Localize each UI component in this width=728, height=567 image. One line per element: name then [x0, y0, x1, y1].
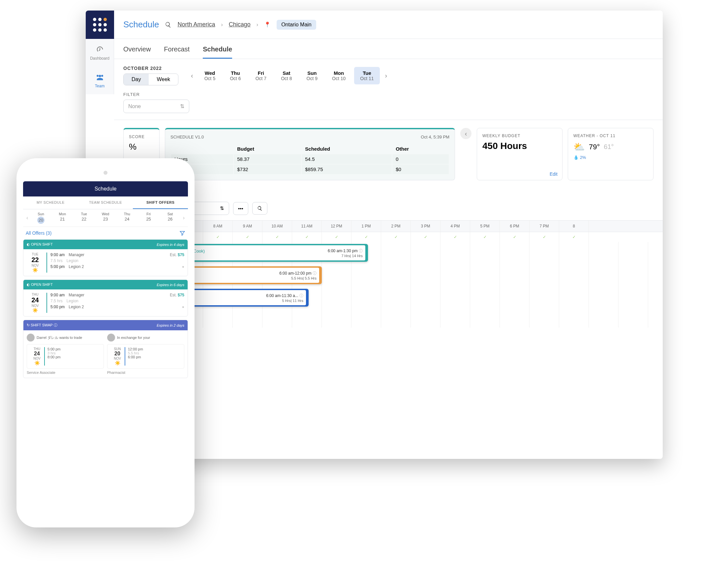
chevron-updown-icon: ⇅	[220, 205, 224, 211]
app-logo	[86, 11, 114, 39]
toggle-day[interactable]: Day	[124, 74, 149, 85]
mobile-day[interactable]: Wed23	[95, 212, 116, 224]
tab-overview[interactable]: Overview	[123, 45, 151, 59]
toggle-week[interactable]: Week	[149, 74, 178, 85]
avatar	[27, 334, 35, 342]
sun-icon: ☀️	[110, 360, 125, 366]
circle-icon: ●	[182, 264, 184, 269]
prev-week-button[interactable]: ‹	[188, 72, 196, 79]
mobile-day[interactable]: Thu24	[116, 212, 138, 224]
sun-icon: ☀️	[27, 267, 44, 273]
day-option[interactable]: MonOct 10	[326, 67, 351, 84]
check-icon: ✓	[262, 232, 292, 242]
breadcrumb-location[interactable]: Ontario Main	[277, 20, 316, 30]
more-button[interactable]: •••	[233, 202, 248, 215]
info-icon: ⓘ	[54, 323, 57, 327]
mobile-calendar-strip: ‹ Sun20Mon21Tue22Wed23Thu24Fri25Sat26 ›	[23, 209, 188, 227]
search-button[interactable]	[252, 202, 267, 215]
chevron-updown-icon: ⇅	[180, 103, 184, 109]
check-icon: ✓	[292, 232, 322, 242]
check-icon: ✓	[530, 232, 559, 242]
next-week-button[interactable]: ›	[382, 72, 390, 79]
day-option[interactable]: ThuOct 6	[224, 67, 247, 84]
info-icon: ⓘ	[313, 271, 317, 276]
view-toggle: Day Week	[123, 74, 178, 85]
schedule-date-heading: Tuesday, October 11	[114, 188, 663, 202]
check-icon: ✓	[351, 232, 381, 242]
filter-icon[interactable]	[179, 230, 185, 236]
breadcrumb-region[interactable]: North America	[177, 21, 215, 28]
mobile-day[interactable]: Fri25	[138, 212, 159, 224]
avatar	[107, 334, 115, 342]
mobile-day[interactable]: Mon21	[52, 212, 73, 224]
location-pin-icon: 📍	[264, 21, 271, 28]
search-icon	[257, 206, 262, 211]
day-option[interactable]: SunOct 9	[301, 67, 323, 84]
sidebar: Dashboard Team	[86, 39, 114, 94]
gauge-icon	[95, 45, 105, 54]
tab-forecast[interactable]: Forecast	[164, 45, 190, 59]
budget-card: WEEKLY BUDGET 450 Hours Edit	[477, 128, 562, 180]
card-nav-left[interactable]: ‹	[460, 128, 471, 139]
check-icon: ✓	[411, 232, 440, 242]
mobile-prev-week[interactable]: ‹	[24, 215, 30, 221]
check-icon: ✓	[559, 232, 589, 242]
mobile-tab-my-schedule[interactable]: MY SCHEDULE	[23, 196, 78, 209]
schedule-version-card: SCHEDULE V1.0 Oct 4, 5:39 PM BudgetSched…	[165, 128, 455, 180]
month-label: OCTOBER 2022	[123, 66, 178, 71]
clock-icon: ◐	[27, 283, 30, 286]
circle-icon: ●	[182, 305, 184, 309]
check-icon: ✓	[381, 232, 411, 242]
filter-label: FILTER	[123, 92, 653, 97]
day-option[interactable]: TueOct 11	[354, 67, 379, 84]
tabs: Overview Forecast Schedule	[114, 39, 663, 59]
search-icon[interactable]	[165, 21, 171, 28]
breadcrumb-city[interactable]: Chicago	[229, 21, 251, 28]
summary-cards: SCORE % SCHEDULE V1.0 Oct 4, 5:39 PM Bud…	[114, 120, 663, 188]
info-icon: ⓘ	[299, 293, 303, 298]
mobile-day[interactable]: Sun20	[30, 212, 51, 224]
mobile-day[interactable]: Tue22	[73, 212, 95, 224]
chevron-right-icon: ›	[221, 22, 223, 28]
check-icon: ✓	[470, 232, 500, 242]
more-icon: •••	[238, 206, 243, 211]
edit-budget-link[interactable]: Edit	[550, 171, 558, 177]
mobile-day[interactable]: Sat26	[159, 212, 181, 224]
day-option[interactable]: SatOct 8	[275, 67, 298, 84]
topbar: Schedule North America › Chicago › 📍 Ont…	[114, 11, 663, 39]
timeline: AM6 AM7 AM8 AM9 AM10 AM11 AM12 PM1 PM2 P…	[114, 220, 663, 328]
day-option[interactable]: FriOct 7	[250, 67, 272, 84]
droplet-icon: 💧	[573, 155, 579, 160]
check-icon: ✓	[203, 232, 233, 242]
clock-icon: ◐	[27, 242, 30, 246]
check-icon: ✓	[440, 232, 470, 242]
open-shift-card[interactable]: ◐ OPEN SHIFTExpires in 6 days THU24NOV☀️…	[23, 280, 188, 316]
mobile-tabs: MY SCHEDULE TEAM SCHEDULE SHIFT OFFERS	[23, 196, 188, 209]
team-icon	[95, 73, 105, 82]
date-bar: OCTOBER 2022 Day Week ‹ WedOct 5ThuOct 6…	[114, 59, 663, 92]
mobile-tab-team-schedule[interactable]: TEAM SCHEDULE	[78, 196, 133, 209]
day-option[interactable]: WedOct 5	[198, 67, 221, 84]
mobile-header: Schedule	[23, 181, 188, 196]
day-selector: ‹ WedOct 5ThuOct 6FriOct 7SatOct 8SunOct…	[188, 67, 390, 84]
tab-schedule[interactable]: Schedule	[203, 45, 232, 59]
open-shift-card[interactable]: ◐ OPEN SHIFTExpires in 4 days TUE22NOV☀️…	[23, 239, 188, 276]
check-icon: ✓	[233, 232, 262, 242]
check-icon: ✓	[322, 232, 351, 242]
sun-icon: ☀️	[30, 360, 44, 366]
shift-swap-card[interactable]: ↻ SHIFT SWAP ⓘ Expires in 2 days Darrel …	[23, 320, 188, 378]
page-title: Schedule	[123, 19, 159, 30]
schedule-toolbar: 👍 Group by All ⇅ •••	[114, 202, 663, 220]
offers-header: All Offers (3)	[23, 227, 188, 239]
sun-icon: ☀️	[27, 308, 44, 313]
mobile-next-week[interactable]: ›	[181, 215, 187, 221]
sidebar-item-dashboard[interactable]: Dashboard	[86, 39, 114, 67]
filter-select[interactable]: None ⇅	[123, 100, 189, 113]
info-icon: ⓘ	[359, 249, 363, 253]
sidebar-item-team[interactable]: Team	[86, 67, 114, 94]
swap-icon: ↻	[27, 323, 30, 327]
weather-icon: ⛅	[573, 141, 585, 152]
weather-card: WEATHER - OCT 11 ⛅ 79° 61° 💧 2%	[568, 128, 653, 180]
mobile-tab-shift-offers[interactable]: SHIFT OFFERS	[133, 196, 188, 209]
filter-section: FILTER None ⇅	[114, 92, 663, 120]
